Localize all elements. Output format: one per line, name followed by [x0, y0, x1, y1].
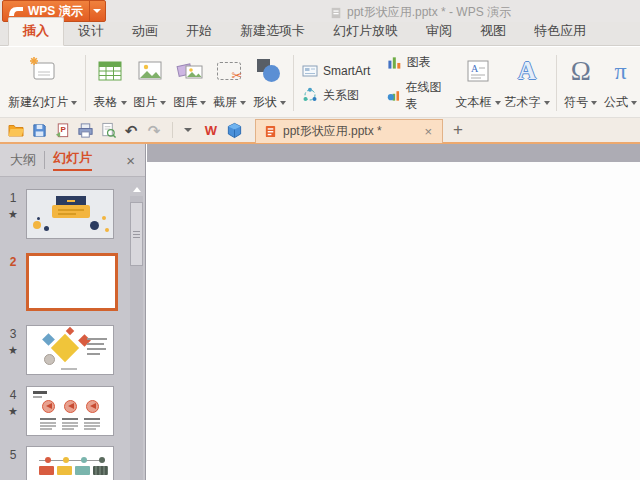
scrollbar-thumb[interactable]	[130, 202, 143, 266]
shapes-button[interactable]: 形状	[249, 51, 289, 115]
undo-button[interactable]: ↶	[121, 120, 141, 140]
slide-edit-area	[147, 144, 640, 480]
document-tab[interactable]: ppt形状应用.pptx * ×	[255, 119, 443, 143]
print-button[interactable]	[75, 120, 95, 140]
current-slide-canvas[interactable]	[147, 162, 640, 480]
slide-panel: 大纲 幻灯片 × 1 ★	[0, 144, 146, 480]
wps-logo-icon	[8, 4, 24, 18]
table-icon	[96, 54, 124, 88]
screenshot-label: 截屏	[213, 94, 237, 111]
ribbon-divider	[293, 55, 294, 111]
chart-group: 图表 在线图表	[383, 51, 454, 115]
new-slide-label: 新建幻灯片	[8, 94, 68, 111]
symbol-button[interactable]: Ω 符号	[560, 51, 601, 115]
close-panel-button[interactable]: ×	[126, 152, 135, 169]
gallery-button[interactable]: 图库	[170, 51, 210, 115]
document-tab-title: ppt形状应用.pptx *	[283, 123, 416, 140]
slide-thumbnail-list: 1 ★	[0, 177, 128, 480]
sidebar-scrollbar[interactable]	[130, 183, 143, 480]
slide-number: 5	[10, 448, 17, 462]
online-chart-label: 在线图表	[406, 79, 450, 113]
printer-icon	[77, 122, 94, 139]
chevron-down-icon	[200, 101, 206, 105]
table-label: 表格	[94, 94, 118, 111]
svg-text:A: A	[471, 63, 479, 74]
shapes-icon	[256, 54, 282, 88]
chevron-down-icon	[544, 101, 550, 105]
export-pdf-button[interactable]: P	[52, 120, 72, 140]
textbox-label: 文本框	[456, 94, 492, 111]
scissors-icon: ✂	[232, 68, 243, 83]
save-button[interactable]	[29, 120, 49, 140]
quick-access-toolbar: P ↶ ↷ W	[0, 118, 640, 144]
presentation-doc-icon	[264, 125, 277, 138]
ribbon-divider	[85, 55, 86, 111]
ribbon-insert-panel: 新建幻灯片 表格 图片	[0, 47, 640, 118]
open-file-button[interactable]	[6, 120, 26, 140]
new-document-tab-button[interactable]: +	[453, 120, 463, 140]
formula-icon: π	[615, 58, 627, 85]
tab-design[interactable]: 设计	[64, 18, 118, 45]
online-chart-button[interactable]: 在线图表	[387, 79, 450, 113]
slide-3-thumbnail[interactable]	[26, 325, 114, 375]
slide-thumbnail-row-1: 1 ★	[0, 189, 128, 239]
redo-icon: ↷	[148, 123, 161, 138]
outline-tab[interactable]: 大纲	[10, 151, 45, 169]
relation-chart-button[interactable]: 关系图	[302, 87, 379, 104]
wps-cube-button[interactable]	[224, 120, 244, 140]
new-slide-button[interactable]: 新建幻灯片	[4, 51, 81, 115]
customize-toolbar-button[interactable]	[178, 120, 198, 140]
shapes-label: 形状	[253, 94, 277, 111]
omega-icon: Ω	[571, 56, 591, 87]
toolbar-divider	[172, 122, 173, 138]
tab-home[interactable]: 开始	[172, 18, 226, 45]
tab-animation[interactable]: 动画	[118, 18, 172, 45]
tab-review[interactable]: 审阅	[412, 18, 466, 45]
relation-chart-label: 关系图	[323, 87, 359, 104]
tab-custom[interactable]: 新建选项卡	[226, 18, 319, 45]
wordart-button[interactable]: A 艺术字	[503, 51, 552, 115]
tab-view[interactable]: 视图	[466, 18, 520, 45]
smartart-button[interactable]: SmartArt	[302, 63, 379, 79]
slide-2-thumbnail[interactable]	[26, 253, 118, 311]
wordart-icon: A	[518, 57, 536, 85]
main-content: 大纲 幻灯片 × 1 ★	[0, 144, 640, 480]
close-document-button[interactable]: ×	[422, 124, 434, 139]
chevron-down-icon	[184, 128, 192, 132]
tab-special-features[interactable]: 特色应用	[520, 18, 600, 45]
chart-label: 图表	[407, 54, 431, 71]
screenshot-button[interactable]: ✂ 截屏	[210, 51, 250, 115]
document-icon	[330, 7, 342, 19]
slide-5-thumbnail[interactable]	[26, 446, 114, 480]
formula-button[interactable]: π 公式	[601, 51, 640, 115]
tab-insert[interactable]: 插入	[8, 17, 64, 46]
open-folder-icon	[7, 121, 25, 139]
tab-slideshow[interactable]: 幻灯片放映	[319, 18, 412, 45]
picture-label: 图片	[133, 94, 157, 111]
chevron-down-icon	[495, 101, 501, 105]
slide-thumbnail-row-5: 5	[0, 446, 128, 480]
slides-tab[interactable]: 幻灯片	[53, 149, 92, 171]
new-slide-icon	[27, 54, 59, 88]
slide-4-thumbnail[interactable]	[26, 386, 114, 436]
redo-button[interactable]: ↷	[144, 120, 164, 140]
online-chart-icon	[387, 88, 401, 103]
chevron-down-icon	[240, 101, 246, 105]
chart-button[interactable]: 图表	[387, 54, 450, 71]
slide-thumbnail-row-2: 2	[0, 253, 128, 311]
wps-writer-icon: W	[205, 123, 217, 138]
slide-1-thumbnail[interactable]	[26, 189, 114, 239]
export-pdf-icon: P	[54, 122, 71, 139]
chevron-down-icon	[71, 101, 77, 105]
chevron-down-icon	[93, 9, 101, 13]
scroll-up-button[interactable]	[130, 183, 143, 196]
formula-label: 公式	[604, 94, 628, 111]
picture-button[interactable]: 图片	[130, 51, 170, 115]
diagram-group: SmartArt 关系图	[298, 51, 383, 115]
wps-writer-doc-button[interactable]: W	[201, 120, 221, 140]
symbol-label: 符号	[564, 94, 588, 111]
print-preview-button[interactable]	[98, 120, 118, 140]
ribbon-tab-bar: 插入 设计 动画 开始 新建选项卡 幻灯片放映 审阅 视图 特色应用	[0, 22, 640, 46]
textbox-button[interactable]: A 文本框	[454, 51, 503, 115]
table-button[interactable]: 表格	[90, 51, 130, 115]
